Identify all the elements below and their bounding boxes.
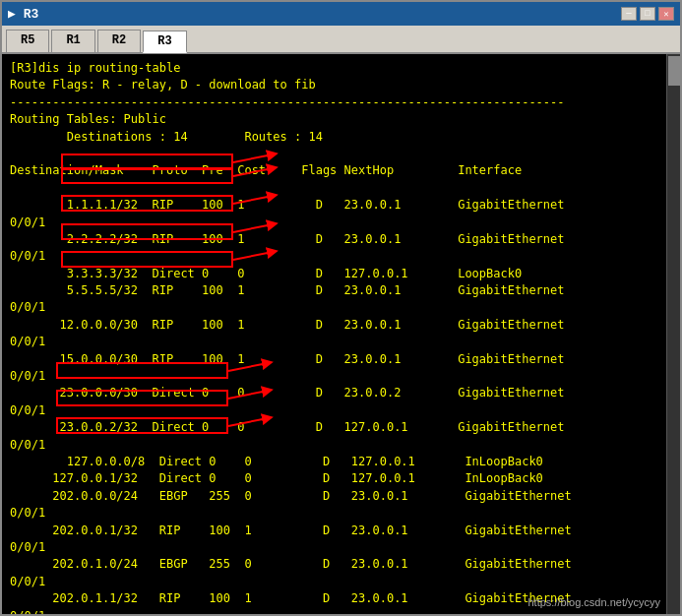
app-icon: ▶ R3 bbox=[8, 6, 38, 22]
tab-r2[interactable]: R2 bbox=[97, 30, 141, 52]
scrollbar-thumb[interactable] bbox=[668, 56, 680, 86]
tab-bar: R5 R1 R2 R3 bbox=[2, 26, 680, 54]
tab-r1[interactable]: R1 bbox=[51, 30, 94, 52]
window-controls[interactable]: ─ □ ✕ bbox=[621, 7, 674, 21]
scrollbar[interactable] bbox=[666, 54, 680, 614]
title-bar: ▶ R3 ─ □ ✕ bbox=[2, 2, 680, 26]
close-button[interactable]: ✕ bbox=[658, 7, 674, 21]
main-window: ▶ R3 ─ □ ✕ R5 R1 R2 R3 [R3]dis ip routin… bbox=[0, 0, 682, 616]
watermark: https://blog.csdn.net/ycycyy bbox=[527, 596, 660, 608]
terminal-output: [R3]dis ip routing-table Route Flags: R … bbox=[10, 60, 672, 614]
title-bar-left: ▶ R3 bbox=[8, 6, 38, 22]
tab-r3[interactable]: R3 bbox=[143, 31, 186, 53]
maximize-button[interactable]: □ bbox=[640, 7, 655, 21]
terminal-area: [R3]dis ip routing-table Route Flags: R … bbox=[2, 54, 680, 614]
tab-r5[interactable]: R5 bbox=[6, 30, 49, 52]
minimize-button[interactable]: ─ bbox=[621, 7, 637, 21]
